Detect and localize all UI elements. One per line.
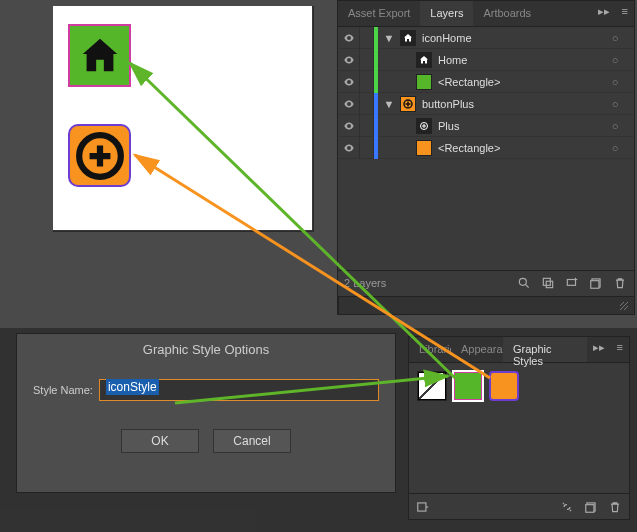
disclosure-icon[interactable]: ▼	[382, 32, 396, 44]
style-swatch-iconstyle[interactable]	[453, 371, 483, 401]
target-icon[interactable]: ○	[604, 142, 626, 154]
new-style-icon[interactable]	[583, 499, 599, 515]
tab-asset-export[interactable]: Asset Export	[338, 1, 420, 26]
layer-color	[374, 49, 378, 71]
tab-layers[interactable]: Layers	[420, 1, 473, 26]
target-icon[interactable]: ○	[604, 120, 626, 132]
layer-row[interactable]: Plus ○	[338, 115, 634, 137]
svg-rect-8	[418, 502, 426, 510]
layer-name[interactable]: iconHome	[420, 32, 604, 44]
eye-icon	[343, 32, 355, 44]
styles-panel-tabs: Libraries Appearance Graphic Styles ▸▸ ≡	[409, 337, 629, 363]
layer-thumbnail	[416, 74, 432, 90]
graphic-styles-panel: Libraries Appearance Graphic Styles ▸▸ ≡	[408, 336, 630, 520]
break-link-icon[interactable]	[559, 499, 575, 515]
ok-button[interactable]: OK	[121, 429, 199, 453]
eye-icon	[343, 120, 355, 132]
panel-collapse-icon[interactable]: ▸▸	[592, 1, 616, 26]
artboard	[53, 6, 312, 230]
layer-row[interactable]: ▼ buttonPlus ○	[338, 93, 634, 115]
panel-collapse-icon[interactable]: ▸▸	[587, 337, 611, 362]
layer-row[interactable]: <Rectangle> ○	[338, 71, 634, 93]
graphic-style-options-dialog: Graphic Style Options Style Name: iconSt…	[16, 333, 396, 493]
make-clipping-mask-icon[interactable]	[540, 275, 556, 291]
layer-color	[374, 115, 378, 137]
artboard-container	[53, 6, 314, 232]
layer-name[interactable]: Plus	[436, 120, 604, 132]
tab-appearance[interactable]: Appearance	[451, 337, 503, 362]
delete-style-icon[interactable]	[607, 499, 623, 515]
svg-rect-7	[591, 280, 599, 288]
delete-layer-icon[interactable]	[612, 275, 628, 291]
panel-menu-icon[interactable]: ≡	[616, 1, 634, 26]
disclosure-icon[interactable]: ▼	[382, 98, 396, 110]
new-layer-icon[interactable]	[588, 275, 604, 291]
visibility-toggle[interactable]	[338, 93, 360, 115]
visibility-toggle[interactable]	[338, 137, 360, 159]
graphic-styles-swatches	[409, 363, 629, 409]
selection-indicator	[626, 137, 634, 159]
layer-thumbnail	[416, 118, 432, 134]
layer-thumbnail	[416, 52, 432, 68]
layers-panel-footer: 2 Layers	[338, 270, 634, 294]
cancel-button[interactable]: Cancel	[213, 429, 291, 453]
svg-rect-4	[546, 281, 552, 287]
layer-thumbnail	[400, 96, 416, 112]
styles-library-menu-icon[interactable]	[415, 499, 431, 515]
layer-color	[374, 27, 378, 49]
selection-indicator	[626, 115, 634, 137]
style-name-label: Style Name:	[33, 384, 93, 396]
layers-panel: Asset Export Layers Artboards ▸▸ ≡ ▼ ico…	[337, 0, 635, 315]
panel-menu-icon[interactable]: ≡	[611, 337, 629, 362]
eye-icon	[343, 76, 355, 88]
lock-column[interactable]	[360, 93, 374, 115]
visibility-toggle[interactable]	[338, 27, 360, 49]
layer-name[interactable]: <Rectangle>	[436, 76, 604, 88]
layer-row[interactable]: ▼ iconHome ○	[338, 27, 634, 49]
layer-color	[374, 137, 378, 159]
style-swatch-default[interactable]	[417, 371, 447, 401]
visibility-toggle[interactable]	[338, 71, 360, 93]
layer-name[interactable]: buttonPlus	[420, 98, 604, 110]
tab-artboards[interactable]: Artboards	[473, 1, 541, 26]
panel-resize[interactable]	[338, 296, 634, 314]
tab-libraries[interactable]: Libraries	[409, 337, 451, 362]
layer-count-label: 2 Layers	[344, 277, 386, 289]
tab-graphic-styles[interactable]: Graphic Styles	[503, 337, 587, 362]
lock-column[interactable]	[360, 71, 374, 93]
selection-indicator	[626, 71, 634, 93]
selection-indicator	[626, 27, 634, 49]
home-icon	[77, 33, 123, 79]
layer-color	[374, 71, 378, 93]
layer-name[interactable]: <Rectangle>	[436, 142, 604, 154]
target-icon[interactable]: ○	[604, 32, 626, 44]
eye-icon	[343, 98, 355, 110]
lock-column[interactable]	[360, 27, 374, 49]
lock-column[interactable]	[360, 137, 374, 159]
target-icon[interactable]: ○	[604, 76, 626, 88]
visibility-toggle[interactable]	[338, 49, 360, 71]
target-icon[interactable]: ○	[604, 54, 626, 66]
icon-home-object[interactable]	[68, 24, 131, 87]
style-swatch-orange[interactable]	[489, 371, 519, 401]
layer-row[interactable]: Home ○	[338, 49, 634, 71]
graphic-styles-footer	[409, 493, 629, 519]
svg-rect-10	[586, 504, 594, 512]
button-plus-object[interactable]	[68, 124, 131, 187]
lock-column[interactable]	[360, 115, 374, 137]
layer-name[interactable]: Home	[436, 54, 604, 66]
locate-object-icon[interactable]	[516, 275, 532, 291]
visibility-toggle[interactable]	[338, 115, 360, 137]
dialog-title: Graphic Style Options	[17, 334, 395, 361]
lock-column[interactable]	[360, 49, 374, 71]
plus-circle-icon	[75, 131, 125, 181]
layer-thumbnail	[400, 30, 416, 46]
style-name-input[interactable]: iconStyle	[99, 379, 379, 401]
svg-rect-5	[567, 279, 575, 285]
layer-row[interactable]: <Rectangle> ○	[338, 137, 634, 159]
target-icon[interactable]: ○	[604, 98, 626, 110]
resize-grip-icon	[618, 300, 630, 312]
selection-indicator	[626, 49, 634, 71]
selection-indicator	[626, 93, 634, 115]
new-sublayer-icon[interactable]	[564, 275, 580, 291]
